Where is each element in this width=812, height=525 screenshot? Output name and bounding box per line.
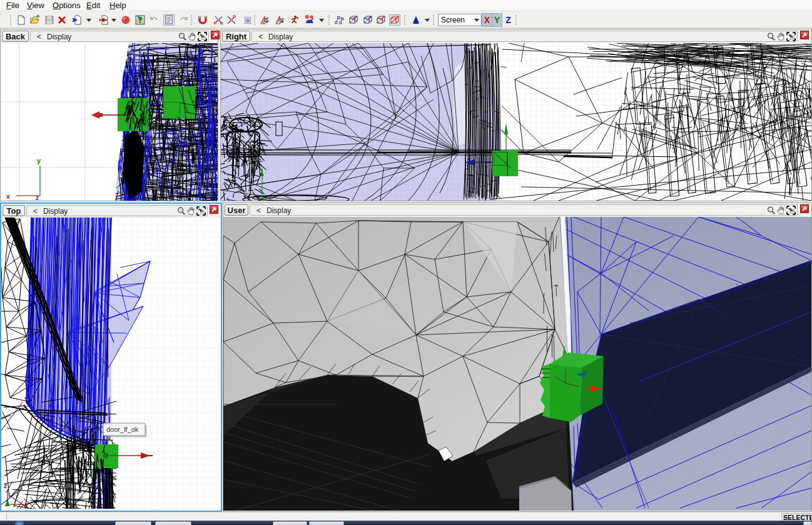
svg-text:x: x [24,501,28,508]
svg-text:x: x [260,199,263,201]
svg-text:y: y [37,157,41,164]
svg-text:z: z [36,194,39,201]
svg-text:x: x [6,192,11,200]
svg-text:z: z [4,482,8,489]
svg-text:door_lf_ok: door_lf_ok [106,426,139,433]
